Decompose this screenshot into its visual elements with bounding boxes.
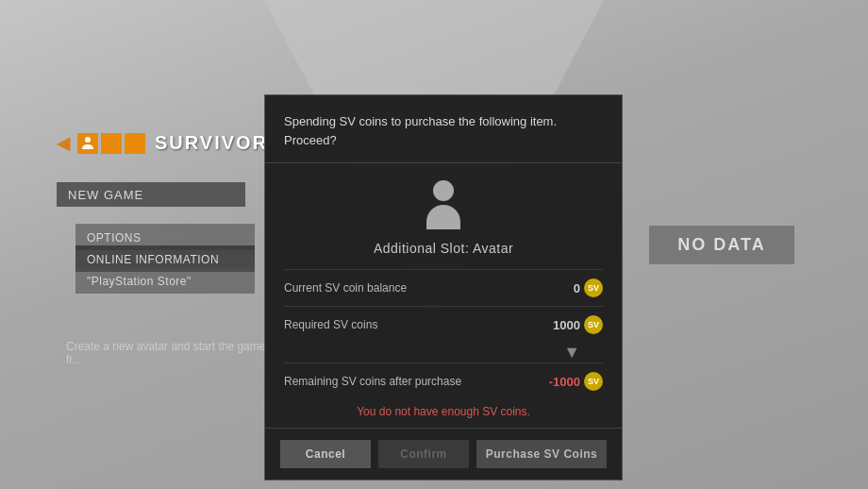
chevron-left-icon[interactable]: ◀ <box>57 133 70 154</box>
required-coins-label: Required SV coins <box>284 318 377 331</box>
sv-coin-badge-2: SV <box>584 315 603 334</box>
remaining-coins-number: -1000 <box>549 375 580 389</box>
error-message: You do not have enough SV coins. <box>284 399 603 428</box>
modal-buttons: Cancel Confirm Purchase SV Coins <box>265 428 622 480</box>
modal-title: Spending SV coins to purchase the follow… <box>284 114 557 147</box>
modal-rows: Current SV coin balance 0 SV Required SV… <box>265 265 622 428</box>
avatar-label: Additional Slot: Avatar <box>374 241 513 256</box>
modal-avatar-area: Additional Slot: Avatar <box>265 163 622 265</box>
ps-store-label: "PlayStation Store" <box>87 275 192 288</box>
required-coins-number: 1000 <box>553 318 580 332</box>
sv-coin-badge-3: SV <box>584 372 603 391</box>
avatar-icon <box>417 178 470 231</box>
remaining-coins-label: Remaining SV coins after purchase <box>284 375 461 388</box>
sidebar: ◀ SURVIVOR NEW GAME OPTIONS ONLINE INFOR… <box>0 0 274 489</box>
options-label: OPTIONS <box>87 231 142 244</box>
current-balance-row: Current SV coin balance 0 SV <box>284 269 603 306</box>
icon-box-2 <box>101 133 122 154</box>
bottom-description: Create a new avatar and start the game f… <box>66 340 274 366</box>
icon-person <box>77 133 98 154</box>
no-data-label: NO DATA <box>677 235 765 254</box>
purchase-sv-coins-button[interactable]: Purchase SV Coins <box>476 440 607 468</box>
sidebar-item-playstation-store[interactable]: "PlayStation Store" <box>75 267 255 294</box>
svg-point-0 <box>85 137 91 143</box>
no-data-box: NO DATA <box>649 226 793 264</box>
new-game-label: NEW GAME <box>68 188 143 202</box>
new-game-bar[interactable]: NEW GAME <box>57 182 245 207</box>
bottom-description-text: Create a new avatar and start the game f… <box>66 340 265 366</box>
remaining-coins-row: Remaining SV coins after purchase -1000 … <box>284 363 603 399</box>
avatar-body <box>426 205 460 229</box>
survivor-title: SURVIVOR <box>155 132 268 154</box>
online-information-label: ONLINE INFORMATION <box>87 253 219 266</box>
survivor-icons <box>77 133 145 154</box>
required-coins-row: Required SV coins 1000 SV <box>284 306 603 343</box>
purchase-modal: Spending SV coins to purchase the follow… <box>264 94 623 481</box>
confirm-button[interactable]: Confirm <box>378 440 469 468</box>
current-balance-label: Current SV coin balance <box>284 281 407 295</box>
arrow-down-icon: ▼ <box>284 343 603 363</box>
current-balance-value: 0 SV <box>574 278 603 297</box>
survivor-header: ◀ SURVIVOR <box>57 132 268 154</box>
required-coins-value: 1000 SV <box>553 315 603 334</box>
sv-coin-badge-1: SV <box>584 278 603 297</box>
current-balance-number: 0 <box>574 281 580 295</box>
avatar-head <box>433 180 454 201</box>
remaining-coins-value: -1000 SV <box>549 372 603 391</box>
cancel-button[interactable]: Cancel <box>280 440 371 468</box>
modal-header: Spending SV coins to purchase the follow… <box>265 95 622 163</box>
icon-box-3 <box>125 133 145 154</box>
